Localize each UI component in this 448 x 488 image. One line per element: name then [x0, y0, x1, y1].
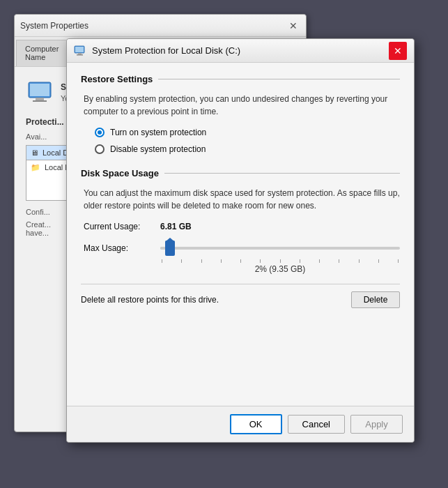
slider-tick	[181, 259, 182, 263]
dialog-close-button[interactable]: ✕	[389, 42, 407, 60]
svg-rect-1	[30, 84, 49, 96]
bg-window-title: System Properties	[20, 21, 286, 31]
bg-close-icon: ✕	[286, 19, 300, 33]
dialog-titlebar: System Protection for Local Disk (C:) ✕	[67, 39, 414, 63]
slider-tick	[260, 259, 261, 263]
delete-restore-points-text: Delete all restore points for this drive…	[81, 295, 219, 305]
disk-space-desc: You can adjust the maximum disk space us…	[81, 187, 400, 212]
dialog-title-icon	[74, 45, 86, 57]
dialog-footer: OK Cancel Apply	[67, 406, 414, 442]
current-usage-value: 6.81 GB	[160, 222, 192, 231]
slider-tick	[162, 259, 162, 263]
computer-icon	[26, 78, 54, 106]
main-dialog: System Protection for Local Disk (C:) ✕ …	[66, 38, 415, 443]
disk-space-divider	[164, 173, 400, 174]
disk-space-section: Disk Space Usage You can adjust the maxi…	[81, 168, 400, 315]
svg-rect-5	[75, 47, 84, 52]
radio-option-off[interactable]: Disable system protection	[81, 144, 400, 154]
cancel-button[interactable]: Cancel	[288, 415, 345, 434]
slider-tick	[221, 259, 222, 263]
restore-settings-divider	[158, 79, 400, 79]
radio-off-indicator	[95, 144, 105, 154]
restore-settings-header: Restore Settings	[81, 74, 400, 84]
dialog-title-text: System Protection for Local Disk (C:)	[92, 45, 389, 56]
delete-button[interactable]: Delete	[351, 291, 400, 308]
slider-percent-label: 2% (9.35 GB)	[81, 264, 400, 274]
svg-rect-2	[36, 98, 44, 100]
slider-tick	[378, 259, 379, 263]
slider-tick	[201, 259, 202, 263]
delete-restore-points-row: Delete all restore points for this drive…	[81, 284, 400, 315]
max-usage-slider-container	[160, 240, 400, 257]
restore-settings-desc: By enabling system protection, you can u…	[81, 93, 400, 118]
disk-space-header: Disk Space Usage	[81, 168, 400, 178]
bg-titlebar: System Properties ✕	[15, 15, 306, 37]
slider-ticks	[160, 259, 400, 263]
svg-rect-3	[33, 100, 47, 102]
svg-rect-6	[78, 53, 82, 54]
max-usage-label: Max Usage:	[84, 243, 160, 253]
max-usage-row: Max Usage:	[81, 240, 400, 257]
ok-button[interactable]: OK	[230, 414, 282, 434]
current-usage-label: Current Usage:	[84, 222, 160, 231]
dialog-body: Restore Settings By enabling system prot…	[67, 63, 414, 406]
restore-settings-label: Restore Settings	[81, 74, 158, 84]
current-usage-row: Current Usage: 6.81 GB	[81, 222, 400, 231]
radio-on-label: Turn on system protection	[110, 128, 206, 137]
radio-option-on[interactable]: Turn on system protection	[81, 128, 400, 137]
apply-button[interactable]: Apply	[350, 415, 403, 434]
slider-tick	[240, 259, 241, 263]
slider-tick	[359, 259, 360, 263]
slider-tick	[300, 259, 300, 263]
svg-rect-7	[77, 54, 83, 56]
radio-on-indicator	[95, 128, 105, 137]
disk-space-label: Disk Space Usage	[81, 168, 164, 178]
slider-thumb[interactable]	[165, 241, 175, 256]
slider-track	[160, 247, 400, 250]
slider-tick	[319, 259, 320, 263]
radio-off-label: Disable system protection	[110, 144, 206, 154]
slider-tick	[280, 259, 281, 263]
slider-tick	[398, 259, 399, 263]
slider-tick	[339, 259, 339, 263]
